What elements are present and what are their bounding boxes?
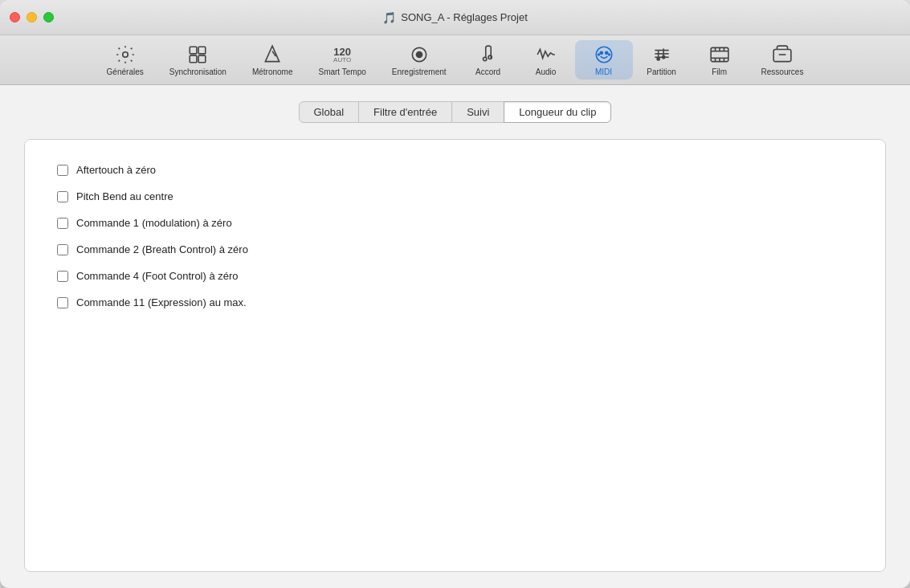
film-icon [709, 43, 730, 66]
gear-icon [115, 43, 136, 66]
commande-11-checkbox[interactable] [57, 297, 68, 308]
toolbar-item-film[interactable]: Film [691, 40, 749, 80]
main-window: 🎵 SONG_A - Réglages Projet Générales [0, 0, 910, 588]
checkbox-commande-1[interactable]: Commande 1 (modulation) à zéro [57, 217, 853, 229]
commande-1-label: Commande 1 (modulation) à zéro [76, 217, 232, 229]
synchronisation-label: Synchronisation [169, 67, 226, 76]
commande-2-label: Commande 2 (Breath Control) à zéro [76, 243, 248, 255]
tab-longueur-clip[interactable]: Longueur du clip [504, 101, 611, 123]
audio-icon [536, 43, 557, 66]
toolbar: Générales Synchronisation [0, 35, 910, 85]
svg-point-14 [598, 54, 599, 55]
window-title: 🎵 SONG_A - Réglages Projet [382, 11, 528, 24]
svg-marker-5 [266, 46, 280, 61]
aftertouch-label: Aftertouch à zéro [76, 164, 156, 176]
toolbar-item-audio[interactable]: Audio [517, 40, 575, 80]
svg-point-8 [415, 51, 422, 59]
commande-1-checkbox[interactable] [57, 218, 68, 229]
checkbox-commande-2[interactable]: Commande 2 (Breath Control) à zéro [57, 243, 853, 255]
svg-rect-3 [190, 55, 198, 63]
svg-rect-30 [773, 50, 791, 62]
titlebar: 🎵 SONG_A - Réglages Projet [0, 0, 910, 35]
auto-label: AUTO [333, 57, 351, 63]
svg-rect-4 [198, 55, 206, 63]
midi-label: MIDI [595, 67, 612, 76]
commande-4-checkbox[interactable] [57, 271, 68, 282]
toolbar-item-partition[interactable]: Partition [633, 40, 691, 80]
metronome-label: Métronome [252, 67, 293, 76]
commande-2-checkbox[interactable] [57, 244, 68, 255]
partition-label: Partition [647, 67, 676, 76]
ressources-label: Ressources [761, 67, 804, 76]
toolbar-item-metronome[interactable]: Métronome [239, 40, 306, 80]
bpm-value: 120 [333, 47, 351, 57]
commande-4-label: Commande 4 (Foot Control) à zéro [76, 270, 239, 282]
record-icon [409, 43, 430, 66]
pitch-bend-label: Pitch Bend au centre [76, 190, 173, 202]
midi-icon [594, 43, 614, 66]
accord-icon [478, 43, 499, 66]
svg-point-13 [605, 51, 607, 54]
svg-point-15 [608, 54, 610, 55]
checkbox-commande-4[interactable]: Commande 4 (Foot Control) à zéro [57, 270, 853, 282]
accord-label: Accord [475, 67, 500, 76]
sync-icon [187, 43, 208, 66]
smart-tempo-icon: 120 AUTO [333, 43, 351, 66]
svg-rect-1 [190, 47, 198, 54]
svg-point-20 [662, 56, 664, 59]
toolbar-item-accord[interactable]: Accord [459, 40, 517, 80]
content-area: Global Filtre d'entrée Suivi Longueur du… [0, 85, 910, 588]
traffic-lights [10, 12, 54, 22]
pitch-bend-checkbox[interactable] [57, 191, 68, 202]
svg-point-9 [483, 57, 486, 60]
ressources-icon [772, 43, 793, 66]
toolbar-item-smart-tempo[interactable]: 120 AUTO Smart Tempo [305, 40, 378, 80]
close-button[interactable] [10, 12, 20, 22]
checkbox-pitch-bend[interactable]: Pitch Bend au centre [57, 190, 853, 202]
tab-global[interactable]: Global [299, 101, 360, 123]
smart-tempo-label: Smart Tempo [318, 67, 365, 76]
checkbox-aftertouch[interactable]: Aftertouch à zéro [57, 164, 853, 176]
aftertouch-checkbox[interactable] [57, 165, 68, 176]
settings-panel: Aftertouch à zéro Pitch Bend au centre C… [24, 139, 886, 572]
toolbar-item-generales[interactable]: Générales [94, 40, 157, 80]
checkbox-list: Aftertouch à zéro Pitch Bend au centre C… [57, 164, 853, 308]
generales-label: Générales [107, 67, 144, 76]
toolbar-item-midi[interactable]: MIDI [575, 40, 633, 80]
svg-point-19 [657, 58, 659, 60]
toolbar-item-synchronisation[interactable]: Synchronisation [157, 40, 239, 80]
checkbox-commande-11[interactable]: Commande 11 (Expression) au max. [57, 296, 853, 308]
partition-icon [651, 43, 672, 66]
toolbar-item-ressources[interactable]: Ressources [749, 40, 817, 80]
film-label: Film [712, 67, 727, 76]
audio-label: Audio [536, 67, 557, 76]
title-icon: 🎵 [382, 11, 396, 24]
maximize-button[interactable] [43, 12, 54, 22]
toolbar-item-enregistrement[interactable]: Enregistrement [379, 40, 459, 80]
tab-filtre-entree[interactable]: Filtre d'entrée [358, 101, 452, 123]
minimize-button[interactable] [27, 12, 37, 22]
metronome-icon [262, 43, 283, 66]
toolbar-items: Générales Synchronisation [94, 40, 817, 80]
title-text: SONG_A - Réglages Projet [401, 11, 528, 23]
commande-11-label: Commande 11 (Expression) au max. [76, 296, 247, 308]
tab-suivi[interactable]: Suivi [451, 101, 504, 123]
svg-rect-2 [198, 47, 206, 54]
enregistrement-label: Enregistrement [392, 67, 447, 76]
svg-point-0 [122, 52, 128, 58]
svg-point-10 [488, 55, 492, 59]
svg-point-12 [600, 51, 602, 54]
tab-bar: Global Filtre d'entrée Suivi Longueur du… [299, 101, 612, 123]
